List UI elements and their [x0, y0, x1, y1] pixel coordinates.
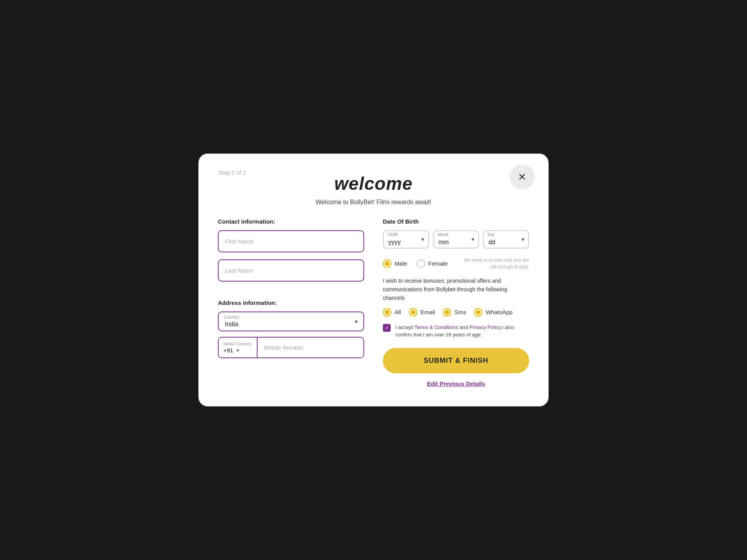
month-select-wrap: Month mm ▼ — [433, 230, 479, 248]
promo-sms-label: Sms — [454, 309, 466, 315]
mobile-number-input[interactable] — [258, 338, 363, 357]
checkmark-icon: ✓ — [385, 325, 389, 330]
year-select-wrap: YEAR yyyy ▼ — [383, 230, 429, 248]
dob-row: YEAR yyyy ▼ Month mm ▼ Day dd — [383, 230, 529, 248]
promo-all-radio[interactable] — [383, 308, 391, 317]
privacy-link[interactable]: Privacy Policy. — [470, 324, 502, 330]
edit-previous-link[interactable]: Edit Previous Details — [383, 380, 529, 387]
year-select[interactable]: yyyy — [383, 230, 429, 248]
female-label: Female — [428, 260, 448, 267]
gender-male-option[interactable]: Male — [383, 259, 407, 268]
country-select-wrapper: Country India ▼ — [218, 312, 364, 331]
phone-country-label: Select Country — [223, 341, 252, 346]
address-section-label: Address information: — [218, 299, 364, 306]
modal-subtitle: Welcome to BollyBet! Filmi rewards await… — [218, 199, 529, 206]
dob-section-label: Date Of Birth — [383, 218, 529, 225]
promo-email-label: Email — [421, 309, 435, 315]
terms-text: I accept Terms & Conditions and Privacy … — [395, 324, 529, 339]
modal-container: Step 2 of 2 ✕ Welcome Welcome to BollyBe… — [198, 154, 549, 406]
male-radio-inner — [385, 261, 389, 266]
promo-whatsapp-radio-inner — [476, 310, 480, 315]
female-radio[interactable] — [417, 259, 425, 268]
address-section: Address information: Country India ▼ Sel… — [218, 299, 364, 358]
close-button[interactable]: ✕ — [510, 164, 535, 189]
country-select[interactable]: India — [218, 312, 364, 331]
day-select[interactable]: dd — [483, 230, 529, 248]
promo-all-option[interactable]: All — [383, 308, 401, 317]
promo-email-option[interactable]: Email — [409, 308, 435, 317]
promo-email-radio[interactable] — [409, 308, 417, 317]
submit-button[interactable]: SUBMIT & FINISH — [383, 348, 529, 373]
first-name-input[interactable] — [218, 230, 364, 252]
terms-link[interactable]: Terms & Conditions — [414, 324, 458, 330]
promo-all-label: All — [395, 309, 401, 315]
terms-text-before: I accept — [395, 324, 414, 330]
phone-row: Select Country +91 ▼ — [218, 337, 364, 358]
promo-options: All Email Sms — [383, 308, 529, 317]
contact-section-label: Contact information: — [218, 218, 364, 225]
promo-all-radio-inner — [385, 310, 389, 315]
step-label: Step 2 of 2 — [218, 169, 246, 176]
promo-sms-option[interactable]: Sms — [443, 308, 466, 317]
last-name-input[interactable] — [218, 259, 364, 282]
promo-sms-radio-inner — [445, 310, 449, 315]
promo-email-radio-inner — [411, 310, 416, 315]
modal-title: Welcome — [218, 173, 529, 194]
promo-whatsapp-label: WhatsApp — [486, 309, 512, 315]
left-column: Contact information: Address information… — [218, 218, 364, 387]
male-label: Male — [395, 260, 407, 267]
promo-text: I wish to receive bonuses, promotional o… — [383, 276, 529, 303]
terms-row: ✓ I accept Terms & Conditions and Privac… — [383, 324, 529, 339]
terms-checkbox[interactable]: ✓ — [383, 324, 391, 332]
right-column: Date Of Birth YEAR yyyy ▼ Month mm ▼ — [383, 218, 529, 387]
phone-code-value: +91 ▼ — [223, 347, 252, 354]
age-note: We need to ensure that you areold enough… — [464, 257, 529, 270]
gender-row: Male Female We need to ensure that you a… — [383, 257, 529, 270]
male-radio[interactable] — [383, 259, 391, 268]
promo-whatsapp-radio[interactable] — [474, 308, 482, 317]
phone-country-selector[interactable]: Select Country +91 ▼ — [219, 338, 258, 357]
month-select[interactable]: mm — [433, 230, 479, 248]
promo-whatsapp-option[interactable]: WhatsApp — [474, 308, 512, 317]
day-select-wrap: Day dd ▼ — [483, 230, 529, 248]
phone-country-arrow-icon: ▼ — [235, 348, 240, 353]
promo-sms-radio[interactable] — [443, 308, 451, 317]
terms-text-middle: and — [458, 324, 470, 330]
form-layout: Contact information: Address information… — [218, 218, 529, 387]
gender-female-option[interactable]: Female — [417, 259, 448, 268]
